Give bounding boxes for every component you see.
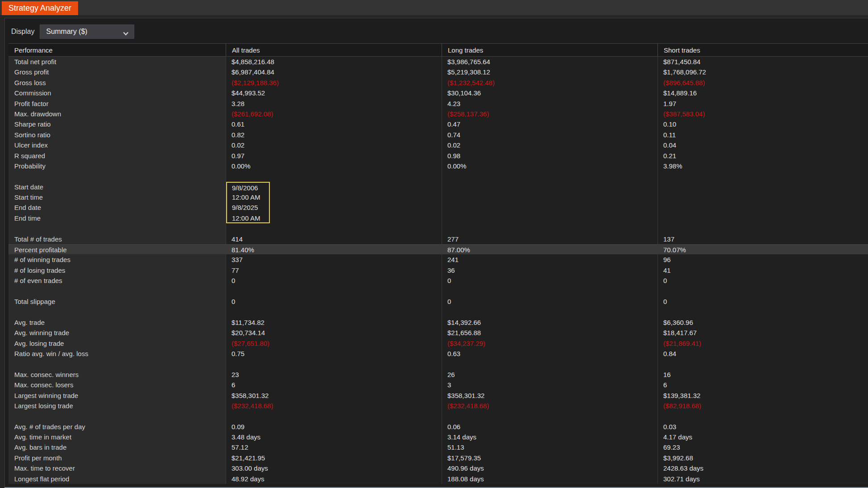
cell-short-trades: 96 [657, 254, 868, 265]
cell-all-trades: 0.00% [226, 161, 442, 171]
table-row-total-net-profit[interactable]: Total net profit$4,858,216.48$3,986,765.… [8, 57, 868, 67]
cell-short-trades: 2428.63 days [657, 463, 868, 473]
row-label: Profit factor [8, 98, 226, 109]
cell-short-trades: 0 [657, 296, 868, 307]
cell-long-trades: 0.98 [442, 151, 657, 161]
row-label: R squared [8, 151, 226, 161]
cell-short-trades [657, 182, 868, 192]
row-label: # of losing trades [8, 265, 226, 275]
table-row-avg-time-in-market[interactable]: Avg. time in market3.48 days3.14 days4.1… [8, 432, 868, 442]
cell-long-trades: 0 [442, 275, 657, 286]
table-row-of-even-trades[interactable]: # of even trades000 [8, 275, 868, 286]
cell-long-trades: $14,392.66 [442, 317, 657, 328]
spacer-row [8, 307, 868, 317]
table-row-profit-per-month[interactable]: Profit per month$21,421.95$17,579.35$3,9… [8, 453, 868, 463]
row-label: Avg. # of trades per day [8, 422, 226, 432]
table-row-longest-flat-period[interactable]: Longest flat period48.92 days188.08 days… [8, 474, 868, 484]
table-row-total-slippage[interactable]: Total slippage000 [8, 296, 868, 307]
cell-all-trades: 414 [226, 234, 442, 244]
table-row-max-time-to-recover[interactable]: Max. time to recover303.00 days490.96 da… [8, 463, 868, 473]
spacer-row [8, 223, 868, 234]
cell-long-trades: 0.74 [442, 130, 657, 140]
row-label: Gross profit [8, 67, 226, 77]
table-row-largest-losing-trade[interactable]: Largest losing trade($232,418.68)($232,4… [8, 401, 868, 411]
spacer-row [8, 411, 868, 421]
table-row-r-squared[interactable]: R squared0.970.980.21 [8, 151, 868, 161]
cell-long-trades: $358,301.32 [442, 390, 657, 401]
table-row-of-losing-trades[interactable]: # of losing trades773641 [8, 265, 868, 275]
table-row-end-time[interactable]: End time12:00 AM [8, 213, 868, 223]
table-row-commission[interactable]: Commission$44,993.52$30,104.36$14,889.16 [8, 88, 868, 98]
row-label: Total slippage [8, 296, 226, 307]
table-row-sortino-ratio[interactable]: Sortino ratio0.820.740.11 [8, 130, 868, 140]
cell-all-trades: 0.82 [226, 130, 442, 140]
row-label: Commission [8, 88, 226, 98]
display-dropdown[interactable]: Summary ($) [40, 25, 134, 39]
table-row-end-date[interactable]: End date9/8/2025 [8, 202, 868, 213]
row-label: Gross loss [8, 78, 226, 88]
table-row-max-drawdown[interactable]: Max. drawdown($261,692.08)($258,137.36)(… [8, 109, 868, 119]
row-label: Ratio avg. win / avg. loss [8, 349, 226, 359]
table-row-gross-profit[interactable]: Gross profit$6,987,404.84$5,219,308.12$1… [8, 67, 868, 77]
cell-long-trades: 0.63 [442, 349, 657, 359]
table-row-largest-winning-trade[interactable]: Largest winning trade$358,301.32$358,301… [8, 390, 868, 401]
table-row-ratio-avg-win-avg-loss[interactable]: Ratio avg. win / avg. loss0.750.630.84 [8, 349, 868, 359]
cell-all-trades: 77 [226, 265, 442, 275]
summary-table-header: PerformanceAll tradesLong tradesShort tr… [8, 43, 868, 57]
cell-short-trades: 0.84 [657, 349, 868, 359]
table-row-percent-profitable[interactable]: Percent profitable81.40%87.00%70.07% [8, 244, 868, 254]
row-label: Total net profit [8, 57, 226, 67]
cell-all-trades: 3.48 days [226, 432, 442, 442]
row-label: Max. consec. winners [8, 369, 226, 380]
cell-long-trades: 0.00% [442, 161, 657, 171]
column-header-all-trades[interactable]: All trades [226, 43, 442, 57]
table-row-total-of-trades[interactable]: Total # of trades414277137 [8, 234, 868, 244]
table-row-of-winning-trades[interactable]: # of winning trades33724196 [8, 254, 868, 265]
table-row-ulcer-index[interactable]: Ulcer index0.020.020.04 [8, 140, 868, 150]
cell-short-trades: 41 [657, 265, 868, 275]
cell-all-trades: ($27,651.80) [226, 338, 442, 349]
table-row-start-date[interactable]: Start date9/8/2006 [8, 182, 868, 192]
cell-short-trades: 6 [657, 380, 868, 390]
cell-long-trades: 277 [442, 234, 657, 244]
row-label: Avg. time in market [8, 432, 226, 442]
table-row-avg-bars-in-trade[interactable]: Avg. bars in trade57.1251.1369.23 [8, 442, 868, 452]
table-row-avg-winning-trade[interactable]: Avg. winning trade$20,734.14$21,656.88$1… [8, 328, 868, 338]
cell-short-trades: $871,450.84 [657, 57, 868, 67]
table-row-max-consec-winners[interactable]: Max. consec. winners232616 [8, 369, 868, 380]
table-row-sharpe-ratio[interactable]: Sharpe ratio0.610.470.10 [8, 119, 868, 129]
table-row-max-consec-losers[interactable]: Max. consec. losers636 [8, 380, 868, 390]
cell-long-trades: 188.08 days [442, 474, 657, 484]
cell-long-trades: 0.47 [442, 119, 657, 129]
cell-short-trades [657, 202, 868, 213]
row-label: Avg. losing trade [8, 338, 226, 349]
table-row-probability[interactable]: Probability0.00%0.00%3.98% [8, 161, 868, 171]
table-row-profit-factor[interactable]: Profit factor3.284.231.97 [8, 98, 868, 109]
cell-all-trades: $11,734.82 [226, 317, 442, 328]
cell-all-trades: 48.92 days [226, 474, 442, 484]
cell-all-trades: 0.97 [226, 151, 442, 161]
tab-strategy-analyzer[interactable]: Strategy Analyzer [2, 1, 78, 15]
table-row-start-time[interactable]: Start time12:00 AM [8, 192, 868, 202]
cell-all-trades: $21,421.95 [226, 453, 442, 463]
table-row-avg-losing-trade[interactable]: Avg. losing trade($27,651.80)($34,237.29… [8, 338, 868, 349]
display-dropdown-value: Summary ($) [46, 28, 87, 35]
cell-all-trades: 9/8/2006 [226, 182, 442, 192]
cell-all-trades: ($2,129,188.36) [226, 78, 442, 88]
row-label: Start time [8, 192, 226, 202]
cell-short-trades [657, 192, 868, 202]
table-row-gross-loss[interactable]: Gross loss($2,129,188.36)($1,232,542.48)… [8, 78, 868, 88]
cell-all-trades: $4,858,216.48 [226, 57, 442, 67]
cell-all-trades: 3.28 [226, 98, 442, 109]
cell-long-trades: 0 [442, 296, 657, 307]
summary-table-body: Total net profit$4,858,216.48$3,986,765.… [8, 57, 868, 484]
column-header-short-trades[interactable]: Short trades [657, 43, 868, 57]
column-header-performance[interactable]: Performance [8, 43, 226, 57]
table-row-avg-trade[interactable]: Avg. trade$11,734.82$14,392.66$6,360.96 [8, 317, 868, 328]
cell-short-trades: 69.23 [657, 442, 868, 452]
cell-all-trades: 12:00 AM [226, 192, 442, 202]
column-header-long-trades[interactable]: Long trades [442, 43, 657, 57]
cell-short-trades: 0 [657, 275, 868, 286]
table-row-avg-of-trades-per-day[interactable]: Avg. # of trades per day0.090.060.03 [8, 422, 868, 432]
spacer-row [8, 286, 868, 296]
